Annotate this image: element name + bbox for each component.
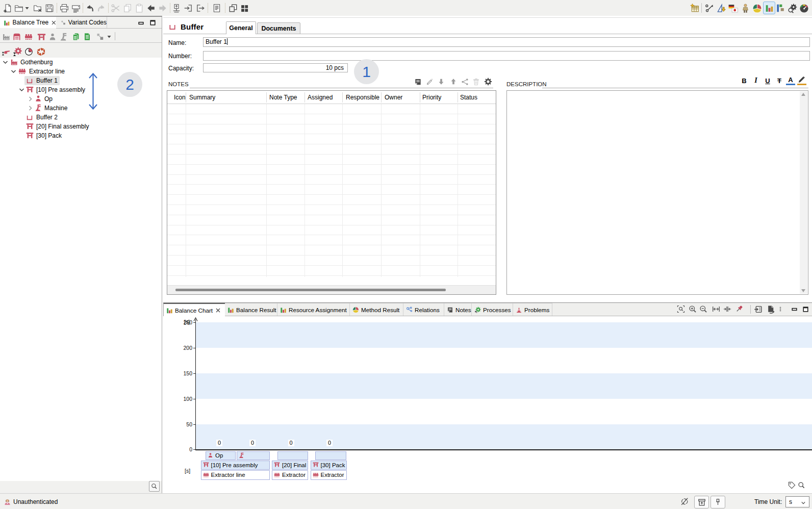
- column-divider[interactable]: [304, 92, 305, 103]
- note-settings-icon[interactable]: [483, 77, 493, 86]
- takt-hand-icon[interactable]: [1, 46, 11, 57]
- open-in-editor-icon[interactable]: [753, 304, 763, 314]
- chevron-right-icon[interactable]: [28, 106, 33, 111]
- open-project-icon[interactable]: [13, 3, 24, 14]
- chevron-right-icon[interactable]: [28, 96, 33, 101]
- column-divider[interactable]: [342, 92, 343, 103]
- tree-search-button[interactable]: [149, 481, 160, 492]
- archive-button[interactable]: [694, 496, 709, 508]
- time-unit-select[interactable]: s: [785, 496, 809, 507]
- aperture-icon[interactable]: [36, 46, 46, 57]
- languages-icon[interactable]: [727, 3, 739, 14]
- delete-note-icon[interactable]: [471, 77, 481, 86]
- share-icon[interactable]: [704, 3, 715, 14]
- add-line-icon[interactable]: [23, 31, 34, 42]
- description-textarea[interactable]: [506, 90, 808, 295]
- notes-table[interactable]: Icon Summary Note Type Assigned Responsi…: [167, 90, 496, 295]
- column-divider[interactable]: [381, 92, 382, 103]
- chevron-down-icon[interactable]: [3, 60, 8, 65]
- tag-icon[interactable]: [788, 481, 796, 489]
- view-menu-icon[interactable]: [777, 304, 783, 314]
- tab-problems[interactable]: Problems: [513, 303, 552, 316]
- reports-icon[interactable]: [211, 3, 222, 14]
- legend-line-3[interactable]: Extractor: [311, 470, 347, 480]
- name-input[interactable]: Buffer 1: [203, 37, 810, 47]
- copy-icon[interactable]: [122, 3, 133, 14]
- balance-chart-icon[interactable]: [763, 2, 775, 14]
- number-input[interactable]: [203, 51, 810, 61]
- gauge-icon[interactable]: [798, 3, 809, 14]
- maximize-panel-icon[interactable]: [800, 304, 810, 314]
- pin-button[interactable]: [711, 496, 725, 508]
- collapse-columns-icon[interactable]: [722, 304, 732, 314]
- tab-relations[interactable]: Relations: [403, 303, 444, 316]
- undo-icon[interactable]: [84, 3, 95, 14]
- add-garage-icon[interactable]: [12, 31, 21, 42]
- move-up-icon[interactable]: [448, 77, 459, 86]
- tab-resource-assignment[interactable]: Resource Assignment: [277, 303, 350, 316]
- tab-close-icon[interactable]: [52, 20, 56, 25]
- pin-icon[interactable]: [734, 304, 744, 314]
- column-header-summary[interactable]: Summary: [189, 93, 215, 101]
- column-header-responsible[interactable]: Responsible: [346, 93, 379, 101]
- edit-note-icon[interactable]: [424, 77, 434, 86]
- minimize-panel-icon[interactable]: [138, 20, 144, 27]
- method-result-icon[interactable]: [751, 3, 763, 14]
- open-project-dropdown-icon[interactable]: [24, 3, 30, 14]
- maximize-panel-icon[interactable]: [149, 19, 156, 26]
- add-machine-icon[interactable]: [59, 31, 69, 42]
- tab-balance-chart[interactable]: Balance Chart: [163, 303, 225, 316]
- add-note-icon[interactable]: [413, 77, 423, 86]
- import-icon[interactable]: [183, 3, 194, 14]
- export-icon[interactable]: [195, 3, 206, 14]
- scrollbar-thumb[interactable]: [175, 289, 446, 291]
- italic-button[interactable]: I: [751, 76, 760, 85]
- analysis-settings-icon[interactable]: [786, 3, 798, 14]
- fit-width-icon[interactable]: [711, 304, 721, 314]
- resource-chart-icon[interactable]: [775, 3, 786, 14]
- ergonomics-icon[interactable]: [740, 3, 751, 14]
- zoom-in-icon[interactable]: [688, 304, 698, 314]
- bold-button[interactable]: B: [740, 76, 749, 85]
- save-icon[interactable]: [44, 3, 55, 14]
- legend-station-10[interactable]: [10] Pre assembly: [201, 461, 270, 470]
- column-divider[interactable]: [420, 92, 420, 103]
- chevron-down-icon[interactable]: [19, 87, 24, 92]
- sync-off-icon[interactable]: [680, 497, 689, 506]
- legend-line-2[interactable]: Extractor: [272, 470, 308, 480]
- scroll-up-arrow-icon[interactable]: [801, 93, 805, 96]
- tree-item-op[interactable]: Op: [0, 94, 162, 104]
- column-header-owner[interactable]: Owner: [385, 93, 402, 101]
- tree-item-buffer-2[interactable]: Buffer 2: [0, 113, 162, 122]
- highlight-button[interactable]: [797, 76, 806, 85]
- tab-close-icon[interactable]: [216, 308, 220, 313]
- move-down-icon[interactable]: [436, 77, 446, 86]
- column-header-priority[interactable]: Priority: [422, 93, 441, 101]
- legend-station-20[interactable]: [20] Final: [272, 461, 308, 470]
- zoom-selection-icon[interactable]: [676, 304, 686, 314]
- tab-documents[interactable]: Documents: [257, 22, 300, 34]
- print-icon[interactable]: [59, 3, 70, 14]
- variant-icon[interactable]: [95, 31, 105, 42]
- chart-search-icon[interactable]: [798, 481, 805, 489]
- publish-icon[interactable]: [171, 3, 182, 14]
- forward-icon[interactable]: [157, 3, 168, 14]
- column-divider[interactable]: [458, 92, 458, 103]
- cut-icon[interactable]: [110, 3, 121, 14]
- paste-icon[interactable]: [134, 3, 145, 14]
- tab-variant-codes[interactable]: Variant Codes: [57, 17, 107, 28]
- minimize-panel-icon[interactable]: [789, 304, 799, 314]
- legend-line-1[interactable]: Extractor line: [201, 470, 270, 480]
- share-note-icon[interactable]: [460, 77, 470, 86]
- notes-table-hscrollbar[interactable]: [167, 285, 496, 294]
- close-project-icon[interactable]: [32, 3, 43, 14]
- legend-resource-machine[interactable]: [237, 451, 270, 460]
- capacity-input[interactable]: 10 pcs: [203, 63, 348, 72]
- copy-documents-icon[interactable]: [71, 31, 81, 42]
- column-divider[interactable]: [186, 92, 186, 103]
- tab-method-result[interactable]: Method Result: [350, 303, 403, 316]
- print-preview-icon[interactable]: [70, 3, 82, 14]
- tree-item-20-final-assembly[interactable]: [20] Final assembly: [0, 122, 162, 131]
- takt-gear-icon[interactable]: [12, 46, 22, 57]
- underline-button[interactable]: U: [763, 76, 772, 85]
